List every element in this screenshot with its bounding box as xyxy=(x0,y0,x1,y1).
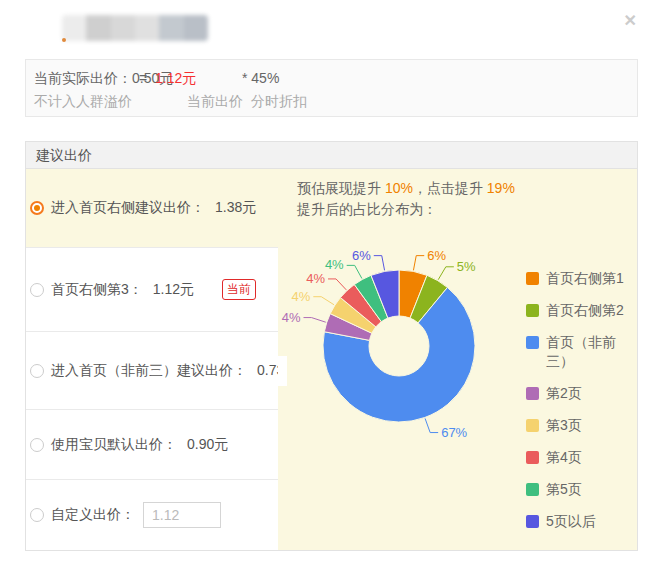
suggested-bid-body: 进入首页右侧建议出价： 1.38元 首页右侧第3： 1.12元 当前 进入首页（… xyxy=(26,169,637,550)
bid-options-list: 进入首页右侧建议出价： 1.38元 首页右侧第3： 1.12元 当前 进入首页（… xyxy=(26,169,278,550)
current-bid-label: 当前实际出价：0.50元 xyxy=(34,70,173,88)
pie-label: 5% xyxy=(457,259,476,274)
legend-label: 首页右侧第2 xyxy=(546,301,624,320)
custom-bid-input[interactable] xyxy=(143,502,221,528)
pie-label-line xyxy=(304,318,326,323)
option-label: 首页右侧第3： xyxy=(51,281,143,299)
option-custom-bid[interactable]: 自定义出价： xyxy=(26,479,278,550)
legend-label: 第3页 xyxy=(546,416,582,435)
option-price: 1.12元 xyxy=(153,281,194,299)
legend-label: 第4页 xyxy=(546,448,582,467)
option-price: 0.90元 xyxy=(187,436,228,454)
current-badge: 当前 xyxy=(222,279,256,300)
redacted-title-dot xyxy=(62,38,66,42)
pie-label: 4% xyxy=(325,257,344,272)
redacted-dialog-title xyxy=(62,15,208,41)
note-current-bid: 当前出价 xyxy=(187,93,243,111)
option-label: 自定义出价： xyxy=(51,506,135,524)
legend-label: 第5页 xyxy=(546,480,582,499)
option-price: 1.38元 xyxy=(215,199,256,217)
current-bid-box: 当前实际出价：0.50元 = 1.12元 * 45% 不计入人群溢价 当前出价 … xyxy=(25,59,638,117)
option-homepage-right-3rd[interactable]: 首页右侧第3： 1.12元 当前 xyxy=(26,247,278,331)
forecast-panel: 预估展现提升 10%，点击提升 19% 提升后的占比分布为： 6%5%67%4%… xyxy=(278,169,637,550)
pie-label: 67% xyxy=(441,425,467,440)
close-icon[interactable]: ✕ xyxy=(624,13,637,29)
legend-item-7[interactable]: 5页以后 xyxy=(526,512,630,531)
legend-swatch xyxy=(526,387,539,400)
legend-swatch xyxy=(526,451,539,464)
suggested-bid-section: 建议出价 进入首页右侧建议出价： 1.38元 首页右侧第3： 1.12元 当前 … xyxy=(25,141,638,551)
pie-label: 6% xyxy=(427,248,446,263)
legend-swatch xyxy=(526,336,539,349)
option-item-default-bid[interactable]: 使用宝贝默认出价： 0.90元 xyxy=(26,409,278,479)
option-label: 进入首页（非前三）建议出价： xyxy=(51,362,247,380)
option-homepage-right-suggested[interactable]: 进入首页右侧建议出价： 1.38元 xyxy=(26,169,278,247)
pie-label-line xyxy=(413,256,424,271)
legend-item-1[interactable]: 首页右侧第2 xyxy=(526,301,630,320)
legend-item-0[interactable]: 首页右侧第1 xyxy=(526,269,630,288)
radio-custom-bid[interactable] xyxy=(30,508,44,522)
legend-swatch xyxy=(526,272,539,285)
pie-label: 4% xyxy=(282,310,301,325)
legend-item-5[interactable]: 第4页 xyxy=(526,448,630,467)
pie-label: 4% xyxy=(306,271,325,286)
legend-swatch xyxy=(526,483,539,496)
pie-label-line xyxy=(328,279,346,290)
pie-label-line xyxy=(347,265,362,278)
pie-label-line xyxy=(425,418,438,432)
equals-sign: = xyxy=(139,70,147,86)
pie-label-line xyxy=(438,267,454,280)
legend-item-3[interactable]: 第2页 xyxy=(526,384,630,403)
legend-swatch xyxy=(526,304,539,317)
legend-swatch xyxy=(526,419,539,432)
pie-label-line xyxy=(374,256,385,271)
legend-item-2[interactable]: 首页（非前三） xyxy=(526,333,630,371)
pie-label: 6% xyxy=(352,248,371,263)
radio-homepage-right-suggested[interactable] xyxy=(30,201,44,215)
pie-label-line xyxy=(313,297,334,305)
radio-item-default-bid[interactable] xyxy=(30,438,44,452)
current-bid-value: 1.12元 xyxy=(155,70,196,88)
option-label: 进入首页右侧建议出价： xyxy=(51,199,205,217)
radio-homepage-not-top3[interactable] xyxy=(30,364,44,378)
legend-label: 首页右侧第1 xyxy=(546,269,624,288)
option-homepage-not-top3[interactable]: 进入首页（非前三）建议出价： 0.73元 xyxy=(26,331,278,409)
current-bid-multiplier: * 45% xyxy=(242,70,279,86)
radio-homepage-right-3rd[interactable] xyxy=(30,283,44,297)
legend-label: 5页以后 xyxy=(546,512,596,531)
current-bid-notes: 不计入人群溢价 当前出价 分时折扣 xyxy=(26,93,637,113)
legend-item-6[interactable]: 第5页 xyxy=(526,480,630,499)
note-no-audience-premium: 不计入人群溢价 xyxy=(34,93,132,111)
legend-label: 第2页 xyxy=(546,384,582,403)
option-label: 使用宝贝默认出价： xyxy=(51,436,177,454)
legend-swatch xyxy=(526,515,539,528)
legend-item-4[interactable]: 第3页 xyxy=(526,416,630,435)
current-bid-formula: 当前实际出价：0.50元 = 1.12元 * 45% xyxy=(26,70,637,90)
note-time-discount: 分时折扣 xyxy=(251,93,307,111)
suggested-bid-header: 建议出价 xyxy=(26,142,637,169)
chart-legend: 首页右侧第1首页右侧第2首页（非前三）第2页第3页第4页第5页5页以后 xyxy=(526,269,630,531)
legend-label: 首页（非前三） xyxy=(546,333,630,371)
pie-label: 4% xyxy=(292,289,311,304)
